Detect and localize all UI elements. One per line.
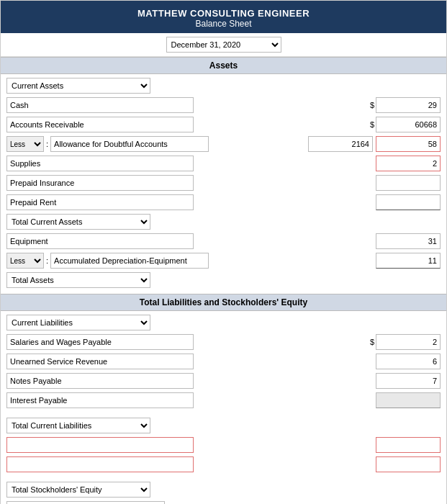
assets-section-bar: Assets xyxy=(1,57,446,74)
supplies-row xyxy=(6,155,441,172)
current-assets-select[interactable]: Current Assets xyxy=(6,78,150,94)
ar-amount-input[interactable] xyxy=(376,117,441,132)
cash-label-input[interactable] xyxy=(6,97,194,113)
prepaid-rent-row xyxy=(6,194,441,211)
equipment-row xyxy=(6,233,441,250)
ar-dollar-sign: $ xyxy=(370,120,374,129)
equipment-amount-input[interactable] xyxy=(376,233,441,249)
ar-row: $ xyxy=(6,116,441,133)
extra-label-1[interactable] xyxy=(6,437,194,453)
prepaid-insurance-amount-input[interactable] xyxy=(376,175,441,191)
total-liab-equity-select[interactable]: Total Liabilities and Stockholders' Equi… xyxy=(6,501,165,504)
cash-row: $ xyxy=(6,96,441,114)
cash-amount-input[interactable] xyxy=(376,97,441,113)
extra-amount-2[interactable] xyxy=(376,456,441,472)
total-stockholders-equity-row: Total Stockholders' Equity xyxy=(6,481,441,498)
total-current-liabilities-row: Total Current Liabilities xyxy=(6,417,441,434)
prepaid-rent-label-input[interactable] xyxy=(6,194,194,210)
liabilities-content: Current Liabilities $ xyxy=(1,311,446,504)
supplies-label-input[interactable] xyxy=(6,156,194,171)
current-liabilities-select[interactable]: Current Liabilities xyxy=(6,315,150,330)
balance-sheet-page: MATTHEW CONSULTING ENGINEER Balance Shee… xyxy=(0,0,447,504)
less2-select[interactable]: Less xyxy=(6,253,44,269)
cash-dollar-sign: $ xyxy=(370,101,374,109)
prepaid-insurance-row xyxy=(6,174,441,192)
extra-row-2 xyxy=(6,456,441,473)
assets-label: Assets xyxy=(209,60,238,71)
liabilities-section-bar: Total Liabilities and Stockholders' Equi… xyxy=(1,294,446,311)
salaries-amount-input[interactable] xyxy=(376,334,441,350)
colon1: : xyxy=(46,140,48,148)
salaries-row: $ xyxy=(6,333,441,351)
extra-amount-1[interactable] xyxy=(376,437,441,453)
company-name: MATTHEW CONSULTING ENGINEER xyxy=(1,8,446,19)
total-stockholders-equity-select[interactable]: Total Stockholders' Equity xyxy=(6,482,150,498)
total-current-assets-row: Total Current Assets xyxy=(6,213,441,230)
interest-amount-input[interactable] xyxy=(376,392,441,408)
accum-dep-row: Less : xyxy=(6,252,441,269)
total-assets-select[interactable]: Total Assets xyxy=(6,272,150,288)
date-row: December 31, 2020 xyxy=(1,33,446,57)
equipment-label-input[interactable] xyxy=(6,233,194,249)
accum-dep-label-input[interactable] xyxy=(50,253,209,269)
unearned-row xyxy=(6,353,441,370)
allowance-amount-input[interactable] xyxy=(308,136,373,152)
current-assets-row: Current Assets xyxy=(6,77,441,94)
allowance-net-input[interactable] xyxy=(376,136,441,152)
prepaid-insurance-label-input[interactable] xyxy=(6,175,194,191)
total-current-assets-select[interactable]: Total Current Assets xyxy=(6,214,150,230)
unearned-amount-input[interactable] xyxy=(376,354,441,369)
extra-label-2[interactable] xyxy=(6,456,194,472)
supplies-amount-input[interactable] xyxy=(376,156,441,171)
total-current-liabilities-select[interactable]: Total Current Liabilities xyxy=(6,418,150,433)
sheet-type: Balance Sheet xyxy=(1,19,446,29)
notes-label-input[interactable] xyxy=(6,373,194,389)
extra-row-1 xyxy=(6,436,441,454)
header-bar: MATTHEW CONSULTING ENGINEER Balance Shee… xyxy=(1,1,446,33)
salaries-label-input[interactable] xyxy=(6,334,194,350)
interest-label-input[interactable] xyxy=(6,392,194,408)
unearned-label-input[interactable] xyxy=(6,354,194,369)
total-liab-equity-row: Total Liabilities and Stockholders' Equi… xyxy=(6,500,441,504)
total-assets-row: Total Assets xyxy=(6,271,441,289)
notes-amount-input[interactable] xyxy=(376,373,441,389)
ar-label-input[interactable] xyxy=(6,117,194,132)
prepaid-rent-amount-input[interactable] xyxy=(376,194,441,210)
allowance-row: Less : xyxy=(6,135,441,153)
current-liabilities-row: Current Liabilities xyxy=(6,314,441,331)
allowance-label-input[interactable] xyxy=(50,136,209,152)
colon2: : xyxy=(46,256,48,265)
accum-dep-amount-input[interactable] xyxy=(376,253,441,269)
date-select[interactable]: December 31, 2020 xyxy=(166,37,281,53)
assets-content: Current Assets $ $ Less : xyxy=(1,74,446,294)
less-select[interactable]: Less xyxy=(6,136,44,152)
notes-row xyxy=(6,372,441,390)
liabilities-label: Total Liabilities and Stockholders' Equi… xyxy=(140,297,307,307)
interest-row xyxy=(6,392,441,409)
salaries-dollar-sign: $ xyxy=(370,338,374,346)
